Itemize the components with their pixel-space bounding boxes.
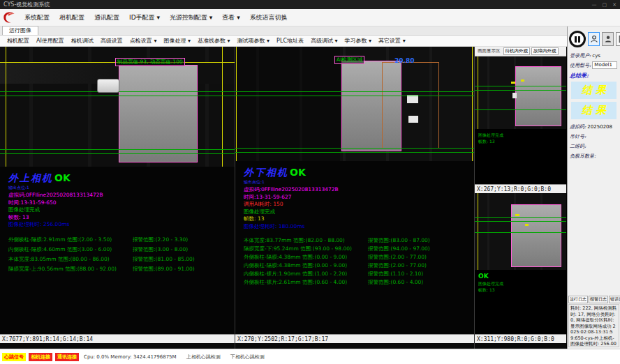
maximize-button[interactable]: ▢: [603, 2, 607, 8]
mid-frames: 帧数: 13: [244, 215, 466, 223]
highlight-speck: [512, 93, 517, 98]
measure-row: 内侧极柱-隔膜:4.60mm 范围:(3.00 - 6.00)报警范围:(3.0…: [8, 245, 226, 255]
tool-camera-debug[interactable]: 相机调试: [68, 37, 97, 45]
highlight-speck: [525, 224, 529, 226]
tab-standby-view[interactable]: 待机内外观: [503, 47, 531, 55]
model-field: 使用型号: Model1: [568, 60, 620, 70]
mid-camera-panel: AI检测区域 20.80 外下相机OK 输出点位:1 虚拟码:0FFIline2…: [235, 47, 475, 349]
tool-baseline-params[interactable]: 基准线参数 ▾: [194, 37, 234, 45]
model-input[interactable]: Model1: [592, 61, 617, 69]
tool-advanced-settings[interactable]: 高级设置: [97, 37, 126, 45]
user-switch-button[interactable]: [602, 32, 614, 46]
left-camera-image[interactable]: 制品宽值:93, 动态宽值:100: [0, 47, 235, 167]
mid-overlay-value: 20.80: [394, 57, 414, 64]
bottom-camera-heartbeat[interactable]: 下相机心跳检测: [230, 354, 265, 361]
needle-label: 吊针号:: [570, 133, 586, 140]
mini-bottom-image[interactable]: [475, 193, 566, 270]
heartbeat-status-badge: 心跳信号: [2, 353, 26, 361]
mini-top-image[interactable]: [475, 56, 566, 129]
tool-image-processing[interactable]: 图像处理 ▾: [160, 37, 194, 45]
product-block: [119, 65, 198, 162]
mini-views-column: 画面显示区 待机内外观 故障内外观: [475, 47, 566, 349]
mid-result-ok: OK: [290, 167, 306, 178]
log-tab-error[interactable]: 错误日志: [609, 296, 620, 303]
tool-learn-params[interactable]: 学习参数 ▾: [341, 37, 376, 45]
top-camera-heartbeat[interactable]: 上相机心跳检测: [186, 354, 221, 361]
mini-top-coordinate-bar: X:267;Y:13;R:0;G:0;B:0: [475, 184, 566, 193]
needle-field: 吊针号:: [568, 130, 620, 140]
toolbar: 相机配置 AI使用配置 相机调试 高级设置 点检设置 ▾ 图像处理 ▾ 基准线参…: [0, 36, 567, 47]
highlight-speck: [515, 214, 519, 216]
menu-item-id-config[interactable]: ID手配置 ▾: [124, 13, 165, 22]
mid-camera-image[interactable]: AI检测区域 20.80: [235, 47, 474, 161]
menu-item-system-config[interactable]: 系统配置: [20, 13, 54, 22]
left-done: 图像处理完成: [8, 206, 226, 214]
tool-camera-config[interactable]: 相机配置: [3, 37, 33, 45]
titlebar: CYS-视觉检测系统 — ▢ ✕: [0, 0, 620, 9]
app-window: CYS-视觉检测系统 — ▢ ✕ 系统配置 相机配置 通讯配置 ID手配置 ▾ …: [0, 0, 620, 364]
tool-ai-use-config[interactable]: AI使用配置: [33, 37, 68, 45]
tool-advanced-debug[interactable]: 高级调试 ▾: [307, 37, 341, 45]
measure-line: [475, 217, 566, 218]
log-text[interactable]: 耗时: 222, 网络检测耗时: 17, 网络分类耗时: 0, 网络提取分区耗时…: [568, 304, 619, 347]
highlight-speck: [408, 116, 418, 123]
measure-row: 本体宽度:83.77mm 范围:(82.00 - 88.00)报警范围:(83.…: [244, 236, 466, 245]
pause-button[interactable]: [569, 31, 586, 47]
measure-row: 外侧极柱-隔膜:4.38mm 范围:(0.00 - 9.00)报警范围:(2.0…: [244, 253, 466, 261]
user-icon: [590, 33, 598, 46]
tab-fault-view[interactable]: 故障内外观: [531, 47, 559, 55]
measure-line: [475, 221, 566, 222]
close-button[interactable]: ✕: [612, 2, 617, 8]
virtual-code-label: 虚拟码:: [570, 123, 586, 130]
roi-line: [472, 47, 473, 161]
user-login-button[interactable]: [588, 32, 600, 46]
left-camera-title: 外上相机: [8, 172, 53, 183]
mid-coordinate-bar: X:270;Y:2502;R:17;G:17;B:17: [235, 334, 474, 343]
qrcode-label: 二维码:: [570, 143, 586, 150]
roi-line: [478, 193, 478, 270]
logout-button[interactable]: [616, 32, 620, 46]
model-label: 使用型号:: [570, 62, 591, 69]
mid-overlay-label: AI检测区域: [334, 56, 364, 64]
tool-other-settings[interactable]: 其它设置 ▾: [375, 37, 409, 45]
mini-views-header: 画面显示区 待机内外观 故障内外观: [475, 47, 566, 56]
roi-line: [478, 56, 478, 129]
left-frames: 帧数: 13: [8, 214, 226, 222]
tool-spot-check[interactable]: 点检设置 ▾: [126, 37, 161, 45]
window-title: CYS-视觉检测系统: [3, 1, 50, 8]
mini-view-bottom: OK 图像处理完成 帧数: 13 X:311;Y:980;R:0;G:0;B:0: [475, 193, 566, 349]
left-barcode: 虚拟码:0FFIline2025020813313472B: [8, 192, 226, 199]
user-filled-icon: [604, 33, 612, 46]
measure-line: [475, 109, 566, 110]
menu-item-view[interactable]: 查看 ▾: [217, 13, 244, 22]
tool-plc-address[interactable]: PLC地址表: [273, 37, 307, 45]
virtual-code-field: 虚拟码: 20250208: [568, 121, 620, 130]
menu-item-language-switch[interactable]: 系统语言切换: [245, 13, 293, 22]
tab-run-image[interactable]: 运行图像: [2, 26, 38, 35]
menu-item-comm-config[interactable]: 通讯配置: [89, 13, 124, 22]
measure-row: 外侧极柱-裸片:2.61mm 范围:(0.60 - 4.00)报警范围:(0.6…: [244, 278, 466, 287]
measure-row: 隔膜宽度-上:90.56mm 范围:(88.00 - 92.00)报警范围:(8…: [8, 264, 226, 274]
menu-item-light-config[interactable]: 光源控制配置 ▾: [165, 13, 217, 22]
tabstrip: 运行图像: [0, 26, 567, 36]
log-tab-run[interactable]: 运行日志: [568, 296, 588, 303]
mini-view-top: 图像处理完成 帧数: 13 X:267;Y:13;R:0;G:0;B:0: [475, 56, 566, 193]
left-proc-time: 图像处理耗时: 256.00ms: [8, 221, 226, 229]
virtual-code-value: 20250208: [587, 124, 612, 130]
measure-line: [475, 90, 566, 91]
ai-roi-box: [382, 62, 439, 149]
mid-info-panel: 外下相机OK 输出点位:1 虚拟码:0FFIline20250208133134…: [235, 161, 474, 334]
measure-row: 外侧极柱-隔膜:2.91mm 范围:(2.00 - 3.50)报警范围:(2.2…: [8, 235, 226, 245]
qrcode-field: 二维码:: [568, 140, 620, 150]
left-result-ok: OK: [54, 172, 71, 183]
menu-item-camera-config[interactable]: 相机配置: [54, 13, 89, 22]
tool-test-params[interactable]: 测试项参数 ▾: [234, 37, 274, 45]
minimize-button[interactable]: —: [592, 2, 597, 8]
measure-row: 本体宽度:83.05mm 范围:(80.00 - 86.00)报警范围:(81.…: [8, 255, 226, 264]
left-camera-panel: 制品宽值:93, 动态宽值:100 外上相机OK 输出点位:1 虚拟码:0FFI…: [0, 47, 235, 349]
measure-line: [235, 152, 474, 153]
mid-proc-time: 图像处理耗时: 180.00ms: [244, 223, 466, 231]
measure-row: 内侧极柱-隔膜:4.38mm 范围:(0.00 - 9.00)报警范围:(2.0…: [244, 261, 466, 270]
mid-ai-time: 调用AI耗时: 150: [244, 201, 466, 208]
log-tab-alarm[interactable]: 报警日志: [589, 296, 608, 303]
